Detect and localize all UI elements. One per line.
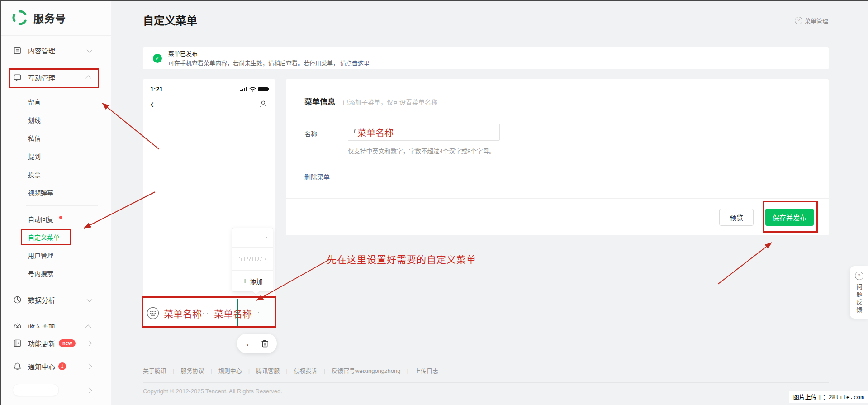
- sidebar-item-votes[interactable]: 投票: [0, 165, 111, 183]
- sidebar-item-label: 互动管理: [28, 73, 55, 82]
- sidebar-clipped-row: 收入变现: [0, 316, 111, 328]
- sidebar-item-video-danmu[interactable]: 视频弹幕: [0, 183, 111, 201]
- footer-link[interactable]: 侵权投诉: [294, 367, 318, 375]
- sidebar-divider: [26, 205, 98, 206]
- sidebar-item-comments[interactable]: 留言: [0, 93, 111, 111]
- banner-body-text: 可在手机查看菜单内容，若尚未生效，请稍后查看。若停用菜单，: [168, 60, 339, 67]
- bell-icon: [13, 362, 22, 371]
- sidebar-nav: 内容管理 互动管理 留言 划线 私信 提到 投票 视频弹幕 自动回复: [0, 36, 111, 401]
- brand-logo-icon: [12, 10, 28, 26]
- page-title: 自定义菜单: [143, 12, 197, 28]
- footer-separator: |: [248, 367, 250, 375]
- submenu-popup: + 添加: [232, 228, 273, 292]
- add-submenu-button[interactable]: + 添加: [232, 271, 273, 291]
- question-icon: ?: [855, 272, 863, 280]
- profile-person-icon[interactable]: [259, 100, 268, 109]
- sidebar-item-label: 收入变现: [28, 322, 55, 329]
- sidebar-item-label: 号内搜索: [28, 269, 53, 278]
- chevron-up-icon: [85, 75, 91, 81]
- phone-status-bar: 1:21: [143, 85, 275, 94]
- sidebar-item-auto-reply[interactable]: 自动回复: [0, 210, 111, 228]
- sidebar-item-label: 数据分析: [28, 295, 55, 305]
- sidebar-item-underline[interactable]: 划线: [0, 111, 111, 129]
- keyboard-toggle-icon[interactable]: [147, 307, 159, 321]
- watermark: 图片上传于：28life.com: [789, 391, 868, 403]
- sidebar-item-data-analysis[interactable]: 数据分析: [0, 289, 111, 310]
- page-footer: 关于腾讯| 服务协议| 规则中心| 腾讯客服| 侵权投诉| 反馈官号weixin…: [143, 367, 829, 395]
- disable-menu-link[interactable]: 请点击这里: [340, 60, 370, 67]
- sidebar-item-account[interactable]: [0, 379, 111, 401]
- sidebar-item-custom-menu[interactable]: 自定义菜单: [0, 228, 111, 246]
- sidebar-item-private-message[interactable]: 私信: [0, 129, 111, 147]
- sidebar-item-label: 视频弹幕: [28, 188, 53, 197]
- chevron-down-icon: [87, 47, 93, 52]
- sidebar-item-mentions[interactable]: 提到: [0, 147, 111, 165]
- trash-icon[interactable]: [261, 339, 269, 348]
- chevron-up-icon: [85, 324, 91, 328]
- sidebar-item-notification-center[interactable]: 通知中心 1: [0, 355, 111, 377]
- redacted-account-name: [13, 384, 59, 396]
- banner-body: 可在手机查看菜单内容，若尚未生效，请稍后查看。若停用菜单，请点击这里: [168, 58, 370, 68]
- move-left-icon[interactable]: ←: [245, 339, 254, 348]
- menu-name-1[interactable]: 菜单名称: [164, 306, 202, 320]
- battery-icon: [258, 87, 268, 91]
- card-divider: [286, 198, 829, 199]
- main-content: 自定义菜单 ? 菜单管理 ✓ 菜单已发布 可在手机查看菜单内容，若尚未生效，请稍…: [111, 0, 868, 405]
- blur-dots: [203, 313, 208, 314]
- chevron-right-icon: [86, 387, 92, 393]
- footer-link[interactable]: 腾讯客服: [256, 367, 280, 375]
- sidebar-item-label: 私信: [28, 133, 41, 143]
- phone-time: 1:21: [150, 86, 163, 93]
- section-header: 菜单信息 已添加子菜单，仅可设置菜单名称: [304, 95, 437, 107]
- sidebar-item-user-management[interactable]: 用户管理: [0, 246, 111, 264]
- menu-info-card: 菜单信息 已添加子菜单，仅可设置菜单名称 名称 菜单名称 仅支持中英文和数字，字…: [286, 79, 829, 235]
- footer-link[interactable]: 服务协议: [180, 367, 204, 375]
- app-window: 服务号 内容管理 互动管理 留言 划线 私信 提到: [0, 0, 868, 405]
- sidebar: 服务号 内容管理 互动管理 留言 划线 私信 提到: [0, 0, 111, 405]
- preview-button[interactable]: 预览: [719, 209, 754, 226]
- brand-name: 服务号: [33, 10, 66, 25]
- submenu-item-obscured[interactable]: [232, 247, 273, 271]
- blur-dot: [265, 258, 266, 260]
- save-publish-button[interactable]: 保存并发布: [765, 209, 814, 226]
- help-label: 菜单管理: [805, 16, 828, 25]
- submenu-item-blank[interactable]: [232, 228, 273, 247]
- blur-dot: [258, 312, 259, 313]
- feedback-label: 问题反馈: [855, 284, 863, 314]
- sidebar-item-label: 提到: [28, 152, 41, 161]
- footer-separator: |: [407, 367, 408, 375]
- sidebar-item-content-management[interactable]: 内容管理: [0, 39, 111, 61]
- copyright: Copyright © 2012-2025 Tencent. All Right…: [143, 388, 829, 395]
- sidebar-item-feature-updates[interactable]: 功能更新 new: [0, 332, 111, 354]
- notification-count-badge: 1: [58, 362, 66, 370]
- sidebar-item-label: 划线: [28, 115, 41, 124]
- delete-menu-link[interactable]: 删除菜单: [304, 172, 330, 181]
- sidebar-item-interaction-management[interactable]: 互动管理: [0, 67, 111, 88]
- footer-link[interactable]: 反馈官号weixingongzhong: [332, 367, 400, 375]
- cursor-mark: [354, 129, 356, 133]
- chevron-right-icon: [86, 340, 92, 346]
- feedback-tab[interactable]: ? 问题反馈: [850, 266, 868, 319]
- publish-status-banner: ✓ 菜单已发布 可在手机查看菜单内容，若尚未生效，请稍后查看。若停用菜单，请点击…: [143, 47, 829, 69]
- footer-link[interactable]: 关于腾讯: [143, 367, 166, 375]
- sidebar-item-label: 自动回复: [28, 214, 53, 224]
- sidebar-item-monetization[interactable]: 收入变现: [0, 316, 111, 328]
- menu-edit-toolbar: ←: [237, 334, 277, 353]
- banner-title: 菜单已发布: [168, 49, 370, 58]
- footer-link[interactable]: 上传日志: [415, 367, 438, 375]
- sidebar-item-account-search[interactable]: 号内搜索: [0, 264, 111, 282]
- menu-separator: [161, 307, 161, 319]
- menu-name-input[interactable]: 菜单名称: [348, 124, 500, 141]
- selected-slot-divider: [237, 299, 238, 327]
- menu-management-help-link[interactable]: ? 菜单管理: [795, 16, 828, 25]
- phone-nav-bar: ‹: [143, 97, 275, 111]
- chevron-right-icon: [86, 363, 92, 369]
- menu-name-2[interactable]: 菜单名称: [214, 306, 252, 320]
- menu-name-value: 菜单名称: [357, 126, 394, 139]
- footer-link[interactable]: 规则中心: [218, 367, 242, 375]
- add-label: 添加: [250, 276, 263, 286]
- back-chevron-icon[interactable]: ‹: [150, 98, 154, 110]
- phone-preview: 1:21 ‹ + 添加: [143, 79, 275, 327]
- phone-status-icons: [240, 86, 268, 92]
- banner-text: 菜单已发布 可在手机查看菜单内容，若尚未生效，请稍后查看。若停用菜单，请点击这里: [168, 49, 370, 68]
